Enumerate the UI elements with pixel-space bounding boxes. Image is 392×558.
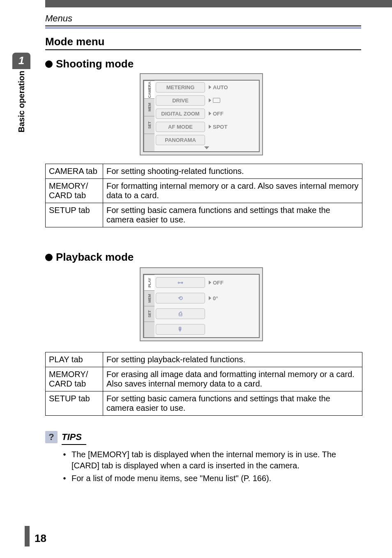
shooting-tab-camera: CAMERA <box>144 81 154 98</box>
playback-tab-blank <box>144 322 154 337</box>
list-item: • For a list of mode menu items, see "Me… <box>62 473 361 484</box>
table-desc: For setting playback-related functions. <box>103 352 362 367</box>
table-key: CAMERA tab <box>46 164 103 179</box>
table-desc: For erasing all image data and formattin… <box>103 367 362 391</box>
bullet-dot: • <box>62 449 67 471</box>
shooting-tab-set: SET <box>144 116 154 134</box>
single-frame-icon <box>213 98 220 103</box>
bullet-icon <box>45 254 53 261</box>
bullet-dot: • <box>62 473 67 484</box>
table-row: SETUP tab For setting basic camera funct… <box>46 391 362 416</box>
print-order-icon: ⎙ <box>179 310 182 317</box>
menu-row-rotate: ⟲ 0° <box>155 290 258 306</box>
heading-playback-mode-text: Playback mode <box>56 251 134 264</box>
menu-value: OFF <box>205 280 258 286</box>
list-item-text: For a list of mode menu items, see "Menu… <box>71 473 271 484</box>
protect-icon: ⊶ <box>178 279 183 286</box>
playback-mode-rows: ⊶ OFF ⟲ 0° ⎙ 🎙 <box>154 275 259 337</box>
menu-label: AF MODE <box>156 122 205 132</box>
table-row: MEMORY/ CARD tab For erasing all image d… <box>46 367 362 391</box>
playback-mode-tabs: PLAY MEM SET <box>144 275 154 337</box>
menu-icon-label: ⊶ <box>156 277 205 288</box>
chevron-right-icon <box>209 98 211 102</box>
scroll-down-indicator <box>155 146 258 151</box>
menu-icon-label: 🎙 <box>156 324 205 335</box>
section-header-rule <box>45 25 361 26</box>
menu-row-panorama: PANORAMA <box>155 133 258 146</box>
page-title-rule <box>45 49 361 50</box>
accent-bar <box>45 27 361 29</box>
shooting-mode-rows: METERING AUTO DRIVE DIGITAL ZOOM OFF AF … <box>154 81 259 151</box>
tips-underline <box>62 444 86 445</box>
top-bar-notch <box>0 0 45 7</box>
playback-tab-mem: MEM <box>144 290 154 306</box>
menu-icon-label: ⎙ <box>156 308 205 319</box>
table-desc: For setting basic camera functions and s… <box>103 203 362 227</box>
table-desc: For setting basic camera functions and s… <box>103 391 362 416</box>
chevron-right-icon <box>209 296 211 300</box>
playback-mode-menu: PLAY MEM SET ⊶ OFF ⟲ 0° ⎙ 🎙 <box>140 267 263 341</box>
table-key: MEMORY/ CARD tab <box>46 179 103 203</box>
menu-row-metering: METERING AUTO <box>155 81 258 94</box>
chevron-right-icon <box>209 125 211 129</box>
shooting-mode-menu-inner: CAMERA MEM SET METERING AUTO DRIVE DIGIT… <box>143 80 260 152</box>
table-row: MEMORY/ CARD tab For formatting internal… <box>46 179 362 203</box>
shooting-mode-menu: CAMERA MEM SET METERING AUTO DRIVE DIGIT… <box>140 73 263 155</box>
table-row: SETUP tab For setting basic camera funct… <box>46 203 362 227</box>
chevron-right-icon <box>209 280 211 285</box>
menu-row-af-mode: AF MODE SPOT <box>155 120 258 133</box>
question-icon: ? <box>45 431 58 443</box>
menu-row-voice: 🎙 <box>155 322 258 337</box>
heading-shooting-mode-text: Shooting mode <box>56 58 134 70</box>
table-key: MEMORY/ CARD tab <box>46 367 103 391</box>
shooting-mode-table: CAMERA tab For setting shooting-related … <box>45 164 362 227</box>
menu-value: SPOT <box>205 124 258 130</box>
list-item-text: The [MEMORY] tab is displayed when the i… <box>71 449 361 471</box>
table-key: SETUP tab <box>46 203 103 227</box>
bullet-icon <box>45 60 53 68</box>
menu-value: OFF <box>205 111 258 117</box>
heading-playback-mode: Playback mode <box>45 251 134 264</box>
chevron-down-icon <box>204 146 209 149</box>
microphone-icon: 🎙 <box>178 326 183 333</box>
menu-icon-label: ⟲ <box>156 293 205 303</box>
menu-row-print: ⎙ <box>155 306 258 322</box>
list-item: • The [MEMORY] tab is displayed when the… <box>62 449 361 471</box>
menu-label: DRIVE <box>156 95 205 106</box>
table-desc: For setting shooting-related functions. <box>103 164 362 179</box>
table-row: PLAY tab For setting playback-related fu… <box>46 352 362 367</box>
tips-list: • The [MEMORY] tab is displayed when the… <box>62 449 361 486</box>
table-desc: For formatting internal memory or a card… <box>103 179 362 203</box>
heading-shooting-mode: Shooting mode <box>45 58 134 70</box>
menu-row-drive: DRIVE <box>155 94 258 107</box>
table-key: SETUP tab <box>46 391 103 416</box>
playback-mode-menu-inner: PLAY MEM SET ⊶ OFF ⟲ 0° ⎙ 🎙 <box>143 274 260 338</box>
menu-value <box>205 98 258 103</box>
page-number-bar <box>25 526 30 546</box>
table-row: CAMERA tab For setting shooting-related … <box>46 164 362 179</box>
rotate-icon: ⟲ <box>178 295 183 301</box>
page-title: Mode menu <box>45 35 104 48</box>
top-bar <box>0 0 392 7</box>
menu-row-protect: ⊶ OFF <box>155 275 258 290</box>
shooting-tab-mem: MEM <box>144 98 154 116</box>
menu-row-digital-zoom: DIGITAL ZOOM OFF <box>155 107 258 120</box>
menu-label: PANORAMA <box>156 135 205 145</box>
chapter-label: Basic operation <box>17 69 26 136</box>
chevron-right-icon <box>209 85 211 89</box>
chevron-right-icon <box>209 111 211 116</box>
menu-label: METERING <box>156 82 205 93</box>
tips-heading: ? TIPS <box>45 431 82 443</box>
section-header: Menus <box>45 13 72 24</box>
menu-label: DIGITAL ZOOM <box>156 109 205 119</box>
tips-label: TIPS <box>62 432 82 442</box>
playback-mode-table: PLAY tab For setting playback-related fu… <box>45 352 362 416</box>
menu-value: AUTO <box>205 84 258 90</box>
chapter-number: 1 <box>12 53 30 69</box>
chapter-side-tab: 1 Basic operation <box>12 53 30 136</box>
page-number: 18 <box>35 532 46 545</box>
shooting-tab-blank <box>144 134 154 151</box>
shooting-mode-tabs: CAMERA MEM SET <box>144 81 154 151</box>
playback-tab-set: SET <box>144 306 154 322</box>
table-key: PLAY tab <box>46 352 103 367</box>
